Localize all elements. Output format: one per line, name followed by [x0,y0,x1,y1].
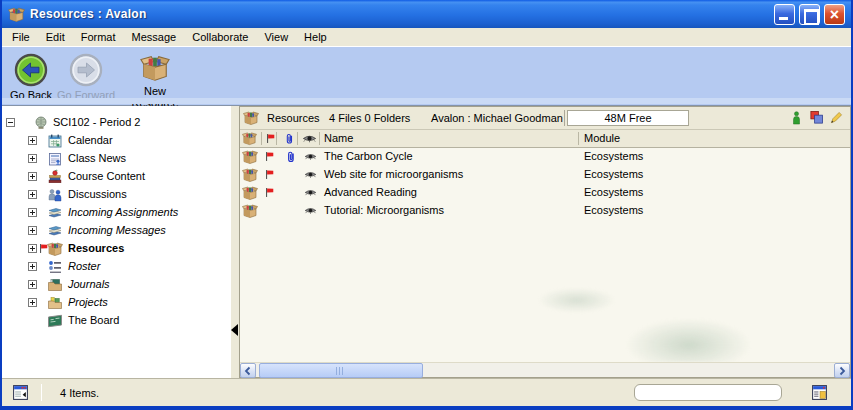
title-bar[interactable]: Resources : Avalon [2,0,851,28]
scroll-left-button[interactable] [240,363,256,378]
scroll-right-button[interactable] [834,363,850,378]
scroll-left-arrow-icon [243,366,253,376]
go-back-icon [14,53,48,87]
tree-item-label: Calendar [68,134,113,146]
resource-name[interactable]: Tutorial: Microorganisms [324,204,444,216]
eye-icon[interactable] [303,150,318,163]
copy-icon[interactable] [809,110,824,125]
expand-expander[interactable] [28,226,37,235]
resource-name[interactable]: The Carbon Cycle [324,150,413,162]
scrollbar-track[interactable] [256,363,834,377]
resource-name[interactable]: Web site for microorganisms [324,168,463,180]
tree-item-label: The Board [68,314,119,326]
column-header-row: Name Module [240,130,850,148]
panel-splitter[interactable] [231,106,239,378]
people-icon [47,187,63,203]
new-resource-button[interactable]: New Resource [120,53,190,109]
maximize-button[interactable] [799,4,820,25]
expand-expander[interactable] [28,172,37,181]
eye-column-icon[interactable] [302,131,317,146]
avalon-watermark [515,267,795,362]
tree-item-the-board[interactable]: The Board [2,312,231,330]
menu-help[interactable]: Help [296,29,335,45]
column-divider [261,132,262,145]
menu-collaborate[interactable]: Collaborate [184,29,256,45]
menu-file[interactable]: File [4,29,38,45]
tree-item-calendar[interactable]: Calendar [2,132,231,150]
tree-item-label: Course Content [68,170,145,182]
go-forward-icon [69,53,103,87]
layout-toggle-icon[interactable] [811,384,828,401]
menu-message[interactable]: Message [124,29,185,45]
flag-icon[interactable] [264,168,275,181]
new-resource-icon [140,53,170,83]
table-row[interactable]: Tutorial: Microorganisms Ecosystems [240,202,850,220]
tree-item-incoming-messages[interactable]: Incoming Messages [2,222,231,240]
tree-item-incoming-assignments[interactable]: Incoming Assignments [2,204,231,222]
flag-icon[interactable] [264,186,275,199]
resource-list: The Carbon Cycle Ecosystems Web site for… [240,148,850,362]
progress-indicator [634,384,782,401]
menu-edit[interactable]: Edit [38,29,73,45]
tree-item-discussions[interactable]: Discussions [2,186,231,204]
tree-item-roster[interactable]: Roster [2,258,231,276]
paperclip-column-icon[interactable] [283,131,296,146]
tree-item-course-root[interactable]: SCI102 - Period 2 [2,114,231,132]
resource-box-icon [243,110,259,126]
header-divider [564,110,565,126]
globe-icon [33,115,49,131]
panel-toggle-icon[interactable] [12,384,29,401]
news-icon [47,151,63,167]
menu-view[interactable]: View [256,29,296,45]
expand-expander[interactable] [28,190,37,199]
horizontal-scrollbar[interactable] [240,362,850,377]
table-row[interactable]: The Carbon Cycle Ecosystems [240,148,850,166]
collapse-panel-arrow-icon[interactable] [231,324,238,336]
person-icon[interactable] [789,110,804,125]
close-button[interactable] [824,4,845,25]
tree-item-label: Class News [68,152,126,164]
column-divider [297,132,298,145]
column-divider [276,132,277,145]
menu-format[interactable]: Format [73,29,124,45]
flag-icon[interactable] [264,150,275,163]
column-header-name[interactable]: Name [324,132,353,144]
eye-icon[interactable] [303,168,318,181]
expand-expander[interactable] [28,154,37,163]
expand-expander[interactable] [28,280,37,289]
column-divider [319,132,320,145]
eye-icon[interactable] [303,204,318,217]
books-icon [47,169,63,185]
file-folder-counts: 4 Files 0 Folders [329,112,410,124]
scrollbar-grip [336,367,345,375]
collapse-expander[interactable] [6,118,15,127]
resource-name[interactable]: Advanced Reading [324,186,417,198]
table-row[interactable]: Advanced Reading Ecosystems [240,184,850,202]
expand-expander[interactable] [28,208,37,217]
column-header-module[interactable]: Module [584,132,620,144]
expand-expander[interactable] [28,136,37,145]
tree-item-journals[interactable]: Journals [2,276,231,294]
pencil-icon[interactable] [829,110,844,125]
tree-item-course-content[interactable]: Course Content [2,168,231,186]
tree-item-class-news[interactable]: Class News [2,150,231,168]
server-owner-label: Avalon : Michael Goodman [431,112,563,124]
items-count-text: 4 Items. [60,387,99,399]
tree-item-projects[interactable]: Projects [2,294,231,312]
expand-expander[interactable] [28,244,37,253]
scrollbar-thumb[interactable] [259,363,423,378]
resource-box-column-icon[interactable] [242,131,257,146]
eye-icon[interactable] [303,186,318,199]
minimize-button[interactable] [774,4,795,25]
tree-item-resources[interactable]: Resources [2,240,231,258]
resource-box-icon [8,6,25,23]
expand-expander[interactable] [28,298,37,307]
roster-icon [47,259,63,275]
go-forward-button[interactable]: Go Forward [51,53,121,101]
panel-title: Resources [267,112,320,124]
menu-bar: File Edit Format Message Collaborate Vie… [2,28,851,47]
tree-item-label: Journals [68,278,110,290]
expand-expander[interactable] [28,262,37,271]
flag-column-icon[interactable] [265,131,276,146]
table-row[interactable]: Web site for microorganisms Ecosystems [240,166,850,184]
